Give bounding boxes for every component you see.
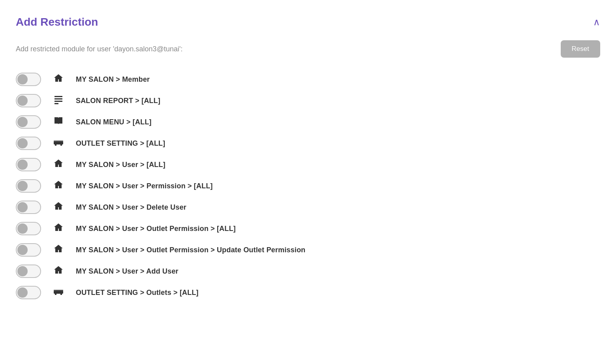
- svg-rect-5: [55, 144, 56, 146]
- module-label-6: MY SALON > User > Permission > [ALL]: [76, 182, 213, 190]
- home-icon-5: [51, 222, 66, 235]
- outlet-icon: [51, 137, 66, 150]
- module-label-9: MY SALON > User > Outlet Permission > Up…: [76, 246, 305, 254]
- toggle-3[interactable]: [16, 115, 41, 129]
- toggle-5[interactable]: [16, 158, 41, 171]
- toggle-2[interactable]: [16, 94, 41, 107]
- svg-rect-0: [54, 96, 62, 97]
- svg-rect-11: [54, 290, 63, 291]
- toggle-1[interactable]: [16, 73, 41, 86]
- restriction-row: OUTLET SETTING > [ALL]: [16, 133, 600, 154]
- module-label-10: MY SALON > User > Add User: [76, 267, 178, 276]
- restriction-row: MY SALON > User > [ALL]: [16, 154, 600, 175]
- toggle-7[interactable]: [16, 201, 41, 214]
- module-label-8: MY SALON > User > Outlet Permission > [A…: [76, 225, 236, 233]
- report-icon: [51, 94, 66, 107]
- reset-button[interactable]: Reset: [561, 40, 600, 58]
- home-icon-3: [51, 179, 66, 193]
- svg-rect-9: [55, 293, 56, 295]
- home-icon-7: [51, 265, 66, 278]
- toggle-4[interactable]: [16, 137, 41, 150]
- restriction-row: MY SALON > User > Permission > [ALL]: [16, 175, 600, 197]
- module-label-7: MY SALON > User > Delete User: [76, 203, 186, 212]
- restriction-row: MY SALON > Member: [16, 69, 600, 90]
- toggle-10[interactable]: [16, 265, 41, 278]
- module-label-3: SALON MENU > [ALL]: [76, 118, 152, 126]
- svg-rect-6: [60, 144, 62, 146]
- toggle-11[interactable]: [16, 286, 41, 299]
- restriction-row: MY SALON > User > Outlet Permission > Up…: [16, 239, 600, 261]
- restriction-row: OUTLET SETTING > Outlets > [ALL]: [16, 282, 600, 303]
- module-label-5: MY SALON > User > [ALL]: [76, 161, 165, 169]
- restriction-row: MY SALON > User > Delete User: [16, 197, 600, 218]
- toggle-6[interactable]: [16, 179, 41, 193]
- page-title: Add Restriction: [16, 16, 98, 28]
- home-icon-4: [51, 201, 66, 214]
- svg-rect-1: [54, 98, 62, 99]
- module-label-4: OUTLET SETTING > [ALL]: [76, 139, 165, 148]
- restriction-row: MY SALON > User > Add User: [16, 261, 600, 282]
- restriction-row: SALON MENU > [ALL]: [16, 111, 600, 133]
- svg-rect-7: [54, 141, 63, 142]
- module-label-1: MY SALON > Member: [76, 75, 150, 84]
- home-icon-2: [51, 158, 66, 171]
- restriction-list: MY SALON > Member SALON REPORT > [ALL] S…: [16, 69, 600, 303]
- outlet-icon-2: [51, 286, 66, 299]
- svg-rect-2: [54, 101, 62, 102]
- home-icon-6: [51, 243, 66, 257]
- home-icon: [51, 73, 66, 86]
- book-icon: [51, 115, 66, 129]
- module-label-2: SALON REPORT > [ALL]: [76, 97, 160, 105]
- restriction-row: MY SALON > User > Outlet Permission > [A…: [16, 218, 600, 239]
- collapse-icon[interactable]: ∧: [593, 17, 600, 27]
- subtitle-text: Add restricted module for user 'dayon.sa…: [16, 45, 182, 53]
- toggle-8[interactable]: [16, 222, 41, 235]
- toggle-9[interactable]: [16, 243, 41, 257]
- restriction-row: SALON REPORT > [ALL]: [16, 90, 600, 111]
- svg-rect-10: [60, 293, 62, 295]
- module-label-11: OUTLET SETTING > Outlets > [ALL]: [76, 289, 199, 297]
- svg-rect-3: [54, 103, 58, 104]
